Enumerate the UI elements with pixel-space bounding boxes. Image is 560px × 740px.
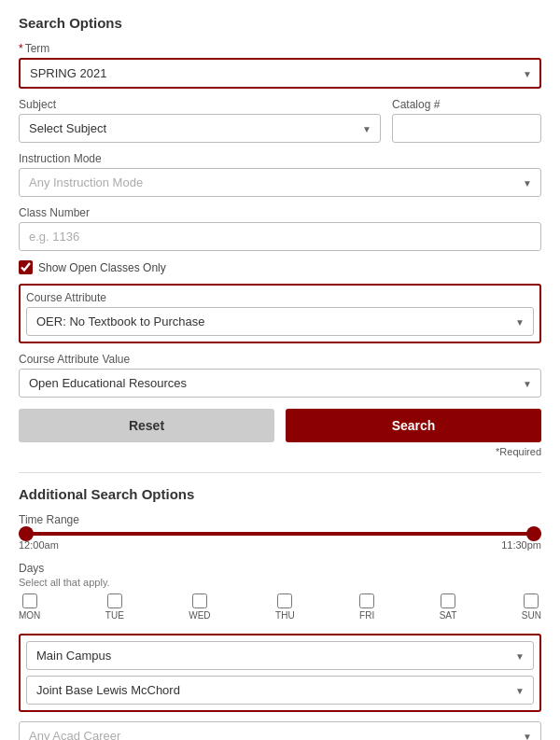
required-note: *Required [19, 446, 541, 457]
class-number-label: Class Number [19, 206, 541, 219]
day-checkbox-wed[interactable] [192, 593, 207, 608]
campus-select-wrapper: Main Campus [26, 641, 534, 670]
day-item-fri: FRI [359, 593, 374, 621]
days-checkboxes-row: MONTUEWEDTHUFRISATSUN [19, 593, 541, 621]
term-select-wrapper: SPRING 2021 [19, 58, 541, 89]
days-sublabel: Select all that apply. [19, 577, 541, 588]
instruction-mode-label: Instruction Mode [19, 152, 541, 165]
term-label: *Term [19, 42, 541, 55]
show-open-classes-row: Show Open Classes Only [19, 260, 541, 274]
reset-button[interactable]: Reset [19, 409, 274, 442]
button-row: Reset Search [19, 409, 541, 442]
time-range-slider[interactable] [19, 532, 541, 536]
show-open-classes-label: Show Open Classes Only [38, 261, 166, 274]
acad-career-select[interactable]: Any Acad Career [19, 721, 541, 740]
course-attribute-value-select-wrapper: Open Educational Resources [19, 369, 541, 398]
additional-search-options-section: Additional Search Options Time Range 12:… [19, 486, 541, 740]
day-checkbox-tue[interactable] [107, 593, 122, 608]
search-options-title: Search Options [19, 15, 541, 31]
day-item-wed: WED [189, 593, 210, 621]
day-checkbox-sun[interactable] [524, 593, 539, 608]
days-label: Days [19, 562, 541, 575]
catalog-input[interactable] [392, 114, 541, 143]
day-label-thu: THU [275, 610, 295, 621]
slider-thumb-right[interactable] [526, 526, 541, 541]
course-attribute-label: Course Attribute [26, 291, 534, 304]
slider-thumb-left[interactable] [19, 526, 34, 541]
term-select[interactable]: SPRING 2021 [19, 58, 541, 89]
instruction-mode-group: Instruction Mode Any Instruction Mode [19, 152, 541, 197]
days-group: Days Select all that apply. MONTUEWEDTHU… [19, 562, 541, 621]
instruction-mode-select[interactable]: Any Instruction Mode [19, 168, 541, 197]
subject-select-wrapper: Select Subject [19, 114, 381, 143]
campus-box: Main Campus Joint Base Lewis McChord [19, 634, 541, 712]
day-label-tue: TUE [105, 610, 124, 621]
time-range-group: Time Range 12:00am 11:30pm [19, 513, 541, 551]
subject-catalog-row: Subject Select Subject Catalog # [19, 98, 541, 143]
day-label-wed: WED [189, 610, 210, 621]
course-attribute-value-label: Course Attribute Value [19, 353, 541, 366]
campus-select[interactable]: Main Campus [26, 641, 534, 670]
subject-label: Subject [19, 98, 381, 111]
day-checkbox-sat[interactable] [441, 593, 455, 608]
section-divider [19, 472, 541, 473]
course-attribute-select[interactable]: OER: No Textbook to Purchase [26, 307, 534, 336]
day-checkbox-fri[interactable] [359, 593, 374, 608]
class-number-input[interactable] [19, 222, 541, 251]
show-open-classes-checkbox[interactable] [19, 260, 33, 274]
day-label-sun: SUN [522, 610, 541, 621]
day-item-sun: SUN [522, 593, 541, 621]
day-item-tue: TUE [105, 593, 124, 621]
acad-career-select-wrapper: Any Acad Career [19, 721, 541, 740]
subject-group: Subject Select Subject [19, 98, 381, 143]
course-attribute-value-select[interactable]: Open Educational Resources [19, 369, 541, 398]
term-group: *Term SPRING 2021 [19, 42, 541, 89]
course-attribute-box: Course Attribute OER: No Textbook to Pur… [19, 284, 541, 343]
search-button[interactable]: Search [286, 409, 541, 442]
course-attribute-value-group: Course Attribute Value Open Educational … [19, 353, 541, 398]
slider-fill [19, 532, 541, 536]
day-label-fri: FRI [359, 610, 374, 621]
additional-search-options-title: Additional Search Options [19, 486, 541, 502]
day-item-thu: THU [275, 593, 295, 621]
day-label-mon: MON [19, 610, 40, 621]
class-number-group: Class Number [19, 206, 541, 251]
day-checkbox-thu[interactable] [277, 593, 292, 608]
day-label-sat: SAT [440, 610, 457, 621]
day-checkbox-mon[interactable] [22, 593, 37, 608]
search-options-section: Search Options *Term SPRING 2021 Subject… [19, 15, 541, 457]
time-range-label: Time Range [19, 513, 541, 526]
day-item-sat: SAT [440, 593, 457, 621]
subject-select[interactable]: Select Subject [19, 114, 381, 143]
campus2-select-wrapper: Joint Base Lewis McChord [26, 676, 534, 705]
instruction-mode-select-wrapper: Any Instruction Mode [19, 168, 541, 197]
catalog-label: Catalog # [392, 98, 541, 111]
time-labels: 12:00am 11:30pm [19, 539, 541, 551]
day-item-mon: MON [19, 593, 40, 621]
term-required-star: * [19, 42, 23, 55]
campus2-select[interactable]: Joint Base Lewis McChord [26, 676, 534, 705]
acad-career-group: Any Acad Career [19, 721, 541, 740]
slider-track [19, 532, 541, 536]
course-attribute-select-wrapper: OER: No Textbook to Purchase [26, 307, 534, 336]
catalog-group: Catalog # [392, 98, 541, 143]
